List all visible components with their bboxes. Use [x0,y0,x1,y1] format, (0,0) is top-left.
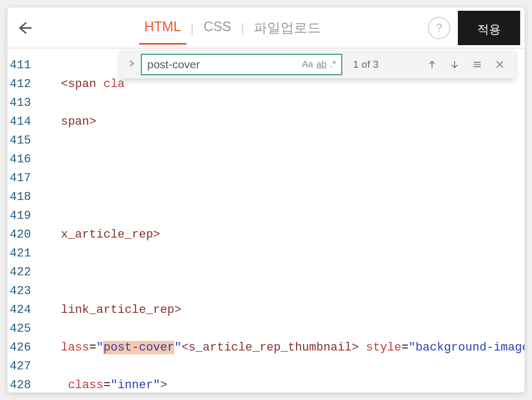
find-result-count: 1 of 3 [353,59,419,70]
code-line: class="inner"> [40,376,524,392]
hamburger-icon [472,59,483,70]
code-line [40,188,524,206]
code-line: link_article_rep> [40,301,524,319]
line-number: 424 [10,301,31,319]
apply-button[interactable]: 적용 [458,11,520,45]
line-number: 421 [10,244,31,263]
arrow-down-icon [449,59,460,70]
find-match-word[interactable]: ab [317,59,327,70]
find-input-container: Aa ab .* [141,54,342,75]
tab-html[interactable]: HTML [139,11,186,45]
line-number: 425 [10,319,31,338]
line-number: 419 [10,206,31,225]
arrow-left-icon [17,20,33,36]
code-editor[interactable]: 411 412 413 414 415 416 417 418 419 420 … [8,48,524,392]
arrow-up-icon [427,59,437,70]
line-number: 415 [10,131,31,150]
code-line: span> [40,112,524,131]
tab-bar: HTML | CSS | 파일업로드 [38,11,428,45]
line-number: 420 [10,225,31,244]
line-number: 416 [10,150,31,169]
help-button[interactable]: ? [428,17,450,39]
find-match-case[interactable]: Aa [302,59,313,70]
code-line [40,150,524,169]
editor-toolbar: HTML | CSS | 파일업로드 ? 적용 [8,8,524,48]
find-bar: Aa ab .* 1 of 3 [120,50,515,78]
back-button[interactable] [12,15,38,41]
code-content[interactable]: <span cla span> x_article_rep> link_arti… [39,48,524,392]
line-number: 423 [10,282,31,301]
search-match: post-cover [103,341,174,354]
line-number-gutter: 411 412 413 414 415 416 417 418 419 420 … [8,48,39,392]
find-prev-button[interactable] [422,57,442,72]
line-number: 413 [10,94,31,112]
find-in-selection[interactable] [468,57,487,72]
separator: | [191,20,194,35]
tab-css[interactable]: CSS [198,11,236,45]
tab-file-upload[interactable]: 파일업로드 [248,11,326,45]
close-icon [494,59,505,70]
find-regex[interactable]: .* [330,59,336,70]
line-number: 422 [10,263,31,282]
line-number: 411 [10,56,31,75]
code-line: lass="post-cover"<s_article_rep_thumbnai… [40,338,524,357]
separator: | [241,20,244,35]
find-input[interactable] [147,58,299,71]
find-close-button[interactable] [490,57,509,72]
line-number: 417 [10,169,31,188]
line-number: 418 [10,188,31,206]
code-line [40,263,524,282]
line-number: 414 [10,112,31,131]
line-number: 412 [10,75,31,94]
line-number: 428 [10,376,31,392]
line-number: 427 [10,357,31,376]
find-next-button[interactable] [445,57,464,72]
line-number: 426 [10,338,31,357]
code-line: x_article_rep> [40,225,524,244]
chevron-right-icon [128,60,135,67]
find-toggle-replace[interactable] [126,58,138,72]
